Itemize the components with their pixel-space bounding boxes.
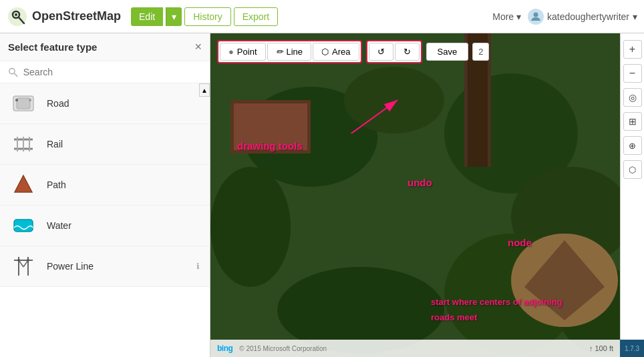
data-button[interactable]: ⊕ <box>623 136 642 155</box>
edit-button[interactable]: Edit <box>131 7 163 26</box>
point-tool-button[interactable]: ● Point <box>220 43 266 61</box>
powerline-icon <box>10 253 37 280</box>
osm-logo-icon <box>7 6 28 27</box>
drawing-tools-group: ● Point ✏ Line ⬡ Area <box>217 40 362 63</box>
path-label: Path <box>47 180 66 190</box>
zoom-in-button[interactable]: + <box>623 40 642 59</box>
bing-logo: bing <box>217 344 232 353</box>
svg-line-6 <box>14 73 17 77</box>
sidebar-title: Select feature type <box>8 41 97 53</box>
header-right: More ▾ katedoughertywriter ▾ <box>492 9 637 25</box>
osm-logo-text: OpenStreetMap <box>32 9 121 23</box>
history-button[interactable]: History <box>184 7 231 26</box>
area-tool-button[interactable]: ⬡ Area <box>313 43 359 61</box>
line-tool-button[interactable]: ✏ Line <box>267 43 312 61</box>
logo-area: OpenStreetMap <box>7 6 121 27</box>
scale-label: ↑ 100 ft <box>589 344 613 352</box>
road-label: Road <box>47 98 69 109</box>
area-icon: ⬡ <box>321 47 329 57</box>
svg-point-23 <box>17 259 20 262</box>
export-button[interactable]: Export <box>234 7 278 26</box>
feature-item-path[interactable]: Path <box>0 165 210 206</box>
point-icon: ● <box>228 47 234 57</box>
copyright-text: © 2015 Microsoft Corporation <box>239 345 327 352</box>
feature-list: ▲ Road <box>0 83 210 357</box>
location-button[interactable]: ◎ <box>623 88 642 107</box>
svg-marker-16 <box>15 175 32 192</box>
map-bottom-bar: bing © 2015 Microsoft Corporation ↑ 100 … <box>210 340 620 357</box>
user-menu-button[interactable]: katedoughertywriter ▾ <box>528 9 637 25</box>
svg-rect-8 <box>17 98 30 109</box>
user-avatar <box>528 9 544 25</box>
undo-button[interactable]: ↺ <box>369 43 393 61</box>
road-icon <box>10 90 37 117</box>
main-layout: Select feature type × ▲ <box>0 33 644 357</box>
save-button[interactable]: Save <box>426 43 469 61</box>
line-icon: ✏ <box>276 47 283 57</box>
map-background <box>210 33 644 357</box>
svg-point-4 <box>534 12 538 17</box>
feature-item-water[interactable]: Water <box>0 206 210 246</box>
sidebar: Select feature type × ▲ <box>0 33 210 357</box>
svg-point-10 <box>29 99 31 101</box>
water-label: Water <box>47 220 71 231</box>
sidebar-close-button[interactable]: × <box>194 40 202 54</box>
nav-buttons: Edit ▾ History Export <box>131 7 278 26</box>
search-input[interactable] <box>23 67 202 77</box>
more-button[interactable]: More ▾ <box>492 11 521 22</box>
feature-item-powerline[interactable]: Power Line ℹ <box>0 246 210 287</box>
svg-point-3 <box>15 13 17 16</box>
rail-icon <box>10 131 37 157</box>
path-icon <box>10 171 37 198</box>
water-icon <box>10 212 37 239</box>
map-area[interactable]: ● Point ✏ Line ⬡ Area ↺ ↻ <box>210 33 644 357</box>
sidebar-header: Select feature type × <box>0 33 210 61</box>
feature-item-road[interactable]: Road <box>0 83 210 124</box>
powerline-info[interactable]: ℹ <box>196 262 200 271</box>
redo-icon: ↻ <box>404 47 411 57</box>
layers-button[interactable]: ⊞ <box>623 112 642 131</box>
header: OpenStreetMap Edit ▾ History Export More… <box>0 0 644 33</box>
powerline-label: Power Line <box>47 261 94 272</box>
svg-point-24 <box>27 259 29 262</box>
change-count-badge: 2 <box>472 43 489 61</box>
edit-dropdown-button[interactable]: ▾ <box>166 7 182 26</box>
feature-item-rail[interactable]: Rail <box>0 124 210 165</box>
search-area <box>0 61 210 83</box>
svg-point-9 <box>15 99 18 101</box>
undo-icon: ↺ <box>377 47 385 57</box>
scroll-up-button[interactable]: ▲ <box>199 83 210 97</box>
search-icon <box>8 67 18 77</box>
map-toolbar: ● Point ✏ Line ⬡ Area ↺ ↻ <box>217 40 489 63</box>
download-button[interactable]: ⬡ <box>623 160 642 179</box>
undo-redo-group: ↺ ↻ <box>366 40 422 63</box>
map-controls-right: + − ◎ ⊞ ⊕ ⬡ <box>620 33 644 357</box>
version-badge: 1.7.3 <box>620 340 644 357</box>
redo-button[interactable]: ↻ <box>395 43 420 61</box>
rail-label: Rail <box>47 139 63 149</box>
zoom-out-button[interactable]: − <box>623 64 642 83</box>
